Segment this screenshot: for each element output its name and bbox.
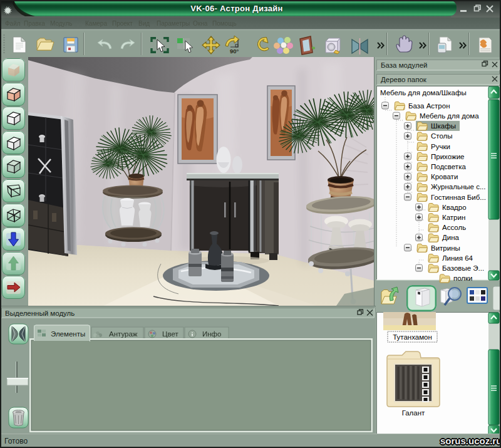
- svg-text:База Астрон: База Астрон: [408, 102, 450, 110]
- svg-text:Инфо: Инфо: [202, 330, 221, 338]
- svg-text:Гостинная Биб...: Гостинная Биб...: [431, 194, 486, 201]
- svg-text:Галант: Галант: [402, 409, 425, 417]
- svg-text:полки: полки: [453, 274, 473, 282]
- svg-text:Мебель для дома: Мебель для дома: [420, 112, 479, 120]
- svg-text:90°: 90°: [230, 48, 239, 55]
- svg-text:Линия 64: Линия 64: [442, 254, 473, 262]
- svg-text:Мебель для дома/Шкафы: Мебель для дома/Шкафы: [380, 89, 467, 96]
- svg-text:Столы: Столы: [431, 132, 453, 140]
- svg-text:Кровати: Кровати: [431, 173, 458, 180]
- svg-text:Выделенный модуль: Выделенный модуль: [5, 310, 75, 317]
- svg-text:Элементы: Элементы: [51, 330, 85, 338]
- svg-text:Базовые Э...: Базовые Э...: [442, 264, 484, 272]
- svg-text:Шкафы: Шкафы: [431, 122, 456, 130]
- svg-text:Антураж: Антураж: [109, 330, 138, 338]
- svg-text:Цвет: Цвет: [162, 330, 179, 338]
- svg-text:Витрины: Витрины: [431, 244, 460, 252]
- svg-text:Тутанхамон: Тутанхамон: [393, 333, 432, 341]
- svg-text:Ассоль: Ассоль: [442, 224, 466, 231]
- svg-text:Дина: Дина: [442, 234, 460, 241]
- svg-text:Прихожие: Прихожие: [431, 153, 465, 160]
- svg-text:Катрин: Катрин: [442, 214, 465, 221]
- svg-text:Журнальные с...: Журнальные с...: [431, 183, 486, 190]
- svg-text:Ручки: Ручки: [431, 143, 450, 150]
- svg-text:База модулей: База модулей: [381, 61, 427, 69]
- svg-text:Дерево папок: Дерево папок: [381, 76, 427, 83]
- svg-text:Подсветка: Подсветка: [431, 163, 466, 170]
- svg-text:Квадро: Квадро: [442, 204, 467, 211]
